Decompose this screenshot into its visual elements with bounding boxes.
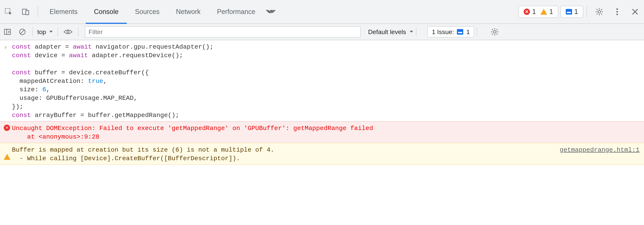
divider: [32, 28, 33, 36]
divider: [586, 6, 587, 17]
tab-elements[interactable]: Elements: [41, 0, 86, 24]
error-message-text: Uncaught DOMException: Failed to execute…: [12, 124, 640, 141]
issues-label: 1 Issue:: [432, 28, 454, 36]
sidebar-toggle-icon[interactable]: [0, 24, 15, 40]
more-tabs-icon[interactable]: [264, 0, 278, 24]
chevron-down-icon: [49, 30, 53, 33]
live-expression-eye-icon[interactable]: [60, 24, 76, 40]
clear-console-icon[interactable]: [15, 24, 30, 40]
svg-line-28: [496, 34, 498, 35]
issues-button[interactable]: 1 Issue: ▬ 1: [427, 26, 474, 38]
input-prompt-icon: ›: [4, 43, 12, 52]
error-count[interactable]: ✕ 1: [522, 8, 538, 16]
console-error-row[interactable]: ✕ Uncaught DOMException: Failed to execu…: [0, 121, 644, 143]
svg-point-3: [598, 10, 600, 13]
context-label: top: [37, 28, 46, 36]
svg-point-21: [67, 31, 69, 33]
tab-label: Performance: [217, 8, 255, 16]
svg-line-9: [601, 14, 602, 14]
divider: [477, 28, 477, 36]
devtools-tabbar: Elements Console Sources Network Perform…: [0, 0, 644, 24]
tab-label: Network: [176, 8, 200, 16]
chevron-down-icon: [410, 30, 414, 33]
source-link[interactable]: getmappedrange.html:1: [552, 146, 640, 154]
console-settings-gear-icon[interactable]: [487, 24, 502, 40]
divider: [58, 28, 58, 36]
levels-label: Default levels: [368, 28, 406, 36]
console-warning-row[interactable]: Buffer is mapped at creation but its siz…: [0, 143, 644, 165]
tab-performance[interactable]: Performance: [209, 0, 264, 24]
info-icon: ▬: [566, 9, 572, 14]
warning-count[interactable]: 1: [538, 8, 555, 16]
warning-message-text: Buffer is mapped at creation but its siz…: [12, 146, 552, 163]
log-levels-selector[interactable]: Default levels: [368, 28, 414, 36]
tab-label: Sources: [135, 8, 160, 16]
svg-line-20: [20, 30, 24, 34]
close-devtools-icon[interactable]: [626, 8, 644, 15]
warning-count-value: 1: [549, 8, 553, 16]
error-icon: ✕: [524, 8, 530, 15]
svg-line-30: [492, 34, 493, 35]
tab-network[interactable]: Network: [168, 0, 209, 24]
console-input-code: const adapter = await navigator.gpu.requ…: [12, 43, 640, 120]
console-input-row[interactable]: › const adapter = await navigator.gpu.re…: [0, 40, 644, 121]
divider: [416, 28, 416, 36]
svg-line-10: [601, 9, 602, 10]
svg-line-11: [596, 14, 598, 14]
divider: [38, 6, 38, 17]
info-counts[interactable]: ▬ 1: [560, 6, 583, 18]
inspect-element-icon[interactable]: [0, 0, 17, 24]
warning-icon: [540, 9, 547, 15]
tab-label: Console: [94, 8, 118, 16]
issues-count: 1: [466, 28, 470, 36]
tabbar-right-controls: [590, 8, 644, 16]
svg-point-13: [616, 11, 618, 12]
info-icon: ▬: [457, 29, 463, 35]
error-icon: ✕: [4, 124, 12, 131]
svg-line-27: [492, 29, 493, 30]
console-body: › const adapter = await navigator.gpu.re…: [0, 40, 644, 165]
svg-point-22: [494, 30, 496, 33]
svg-line-29: [496, 29, 498, 30]
tab-label: Elements: [50, 8, 78, 16]
divider: [78, 28, 78, 36]
panel-tabs: Elements Console Sources Network Perform…: [41, 0, 278, 24]
svg-point-12: [616, 8, 618, 10]
filter-input[interactable]: [85, 26, 360, 38]
warning-icon: [4, 146, 12, 155]
device-toolbar-icon[interactable]: [17, 0, 34, 24]
tab-console[interactable]: Console: [86, 0, 127, 24]
execution-context-selector[interactable]: top: [36, 28, 55, 36]
tab-sources[interactable]: Sources: [127, 0, 168, 24]
kebab-menu-icon[interactable]: [608, 8, 626, 16]
info-count-value: 1: [574, 8, 578, 16]
svg-rect-2: [26, 10, 29, 15]
info-count[interactable]: ▬ 1: [564, 8, 580, 16]
svg-line-8: [596, 9, 598, 10]
console-toolbar: top Default levels 1 Issue: ▬ 1: [0, 24, 644, 40]
svg-point-14: [616, 14, 618, 15]
error-count-value: 1: [532, 8, 536, 16]
settings-gear-icon[interactable]: [590, 8, 608, 16]
status-counts[interactable]: ✕ 1 1: [518, 6, 558, 18]
